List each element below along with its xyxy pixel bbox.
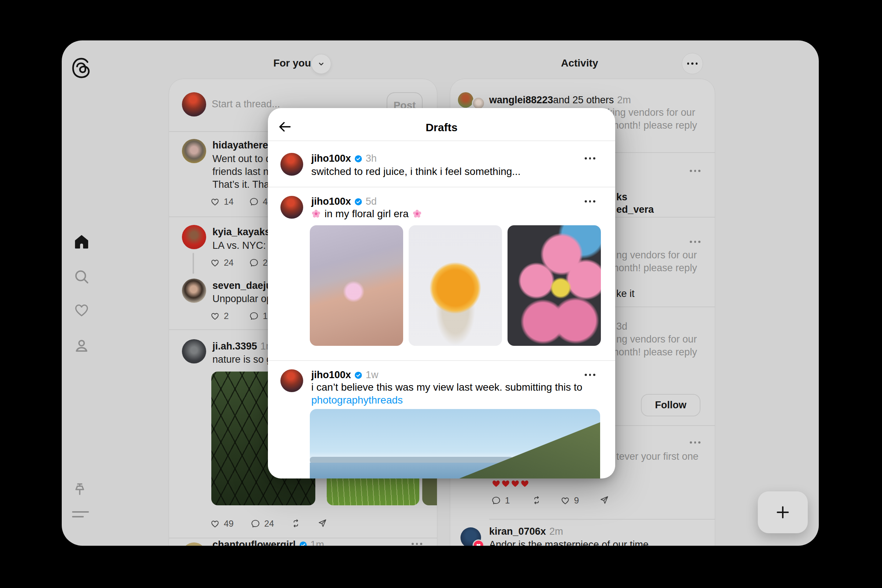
avatar[interactable] — [182, 225, 206, 249]
feed-tab[interactable]: For you — [273, 57, 311, 69]
mention-link[interactable]: photographythreads — [311, 394, 403, 406]
notification-text: month! please reply — [610, 120, 697, 131]
search-icon[interactable] — [73, 268, 90, 285]
cherry-blossom-emoji-icon — [412, 209, 422, 219]
avatar[interactable] — [182, 279, 206, 303]
comment-button[interactable]: 2 — [249, 258, 267, 268]
comment-count: 4 — [263, 196, 267, 207]
draft-more-button[interactable] — [585, 200, 596, 202]
red-heart-icon — [501, 478, 510, 488]
share-button[interactable] — [599, 495, 609, 505]
avatar[interactable] — [182, 339, 206, 363]
draft-text: switched to red juice, i think i feel so… — [311, 166, 521, 177]
like-button[interactable]: 9 — [560, 495, 579, 506]
avatar[interactable] — [458, 92, 473, 108]
compose-placeholder[interactable]: Start a thread... — [212, 99, 280, 110]
username[interactable]: kyia_kayaks — [212, 226, 270, 238]
draft-text: i can’t believe this was my view last we… — [311, 381, 582, 393]
red-heart-icon — [491, 478, 501, 488]
username-fragment: ks — [616, 192, 627, 203]
home-icon[interactable] — [73, 233, 90, 250]
draft-image-coastline-view[interactable] — [310, 409, 600, 478]
new-thread-button[interactable] — [758, 491, 808, 533]
post-text: LA vs. NYC: V — [212, 240, 275, 251]
username[interactable]: ji.ah.3395 — [212, 340, 257, 352]
username[interactable]: hidayathere2 — [212, 140, 274, 151]
avatar[interactable] — [182, 139, 206, 163]
like-count: 24 — [224, 258, 234, 268]
post-text: nature is so g — [212, 354, 272, 365]
comment-button[interactable]: 24 — [250, 519, 274, 529]
threads-app-window: For you Activity Start a thread... Post … — [62, 40, 819, 546]
thread-connector-line — [193, 253, 194, 274]
like-button[interactable]: 49 — [210, 519, 234, 529]
draft-more-button[interactable] — [585, 157, 596, 159]
username[interactable]: wanglei88223 — [489, 94, 553, 106]
desktop-background: For you Activity Start a thread... Post … — [0, 0, 882, 588]
comment-count: 1 — [505, 495, 510, 506]
pin-icon[interactable] — [72, 482, 88, 498]
avatar[interactable] — [280, 196, 303, 219]
username[interactable]: jiho100x — [311, 153, 351, 164]
divider — [169, 538, 437, 538]
comment-count: 2 — [263, 258, 267, 268]
three-dots-icon — [687, 63, 698, 64]
avatar[interactable] — [473, 98, 484, 109]
notification-more-button[interactable] — [690, 170, 700, 172]
activity-more-button[interactable] — [682, 53, 703, 74]
comment-button[interactable]: 1 — [491, 495, 510, 506]
drafts-modal: Drafts jiho100x 3h switched to red juice… — [268, 108, 615, 478]
like-count: 9 — [574, 495, 579, 506]
comment-count: 1 — [263, 311, 267, 321]
threads-logo-icon — [70, 56, 93, 80]
verified-badge-icon — [354, 198, 362, 206]
follow-button[interactable]: Follow — [641, 394, 700, 416]
plus-icon — [774, 504, 791, 521]
username[interactable]: kiran_0706x — [489, 526, 546, 537]
repost-button[interactable] — [291, 519, 301, 528]
modal-title: Drafts — [268, 121, 615, 134]
draft-image-beaded-flower-ring[interactable] — [310, 225, 403, 346]
divider — [489, 519, 715, 520]
notification-text: Andor is the masterpiece of our time — [489, 539, 649, 546]
timestamp: 2m — [549, 526, 563, 537]
draft-more-button[interactable] — [585, 374, 596, 376]
avatar[interactable] — [182, 92, 206, 117]
comment-button[interactable]: 4 — [249, 196, 267, 207]
like-button[interactable]: 24 — [210, 258, 234, 268]
notification-text: month! please reply — [610, 346, 697, 358]
activity-title: Activity — [561, 57, 598, 69]
feed-picker-button[interactable] — [311, 54, 331, 74]
post-text: Unpopular op — [212, 293, 272, 304]
heart-icon — [560, 496, 570, 506]
notification-text: king vendors for our — [608, 107, 695, 118]
timestamp: 3d — [616, 321, 627, 332]
username[interactable]: chantouflowergirl — [212, 539, 296, 546]
repost-button[interactable] — [532, 495, 542, 505]
like-button[interactable]: 14 — [210, 196, 234, 207]
avatar[interactable] — [280, 153, 303, 176]
notification-more-button[interactable] — [690, 441, 700, 444]
comment-button[interactable]: 1 — [249, 311, 267, 321]
notification-text: ng vendors for our — [616, 249, 697, 261]
avatar[interactable] — [182, 542, 206, 546]
repost-icon — [532, 495, 542, 505]
others-label: and 25 others — [553, 94, 614, 106]
post-more-button[interactable] — [412, 543, 422, 545]
like-button[interactable]: 2 — [210, 311, 229, 321]
activity-heart-icon[interactable] — [73, 302, 90, 318]
menu-icon[interactable] — [72, 511, 90, 519]
red-heart-icon — [510, 478, 520, 488]
draft-image-flower-jelly[interactable] — [409, 225, 502, 346]
notification-more-button[interactable] — [690, 241, 700, 243]
comment-icon — [249, 258, 259, 267]
draft-image-flower-balloon[interactable] — [507, 225, 601, 346]
username[interactable]: jiho100x — [311, 369, 351, 381]
username[interactable]: jiho100x — [311, 196, 351, 207]
share-button[interactable] — [318, 519, 327, 528]
heart-icon — [210, 519, 220, 528]
like-count: 14 — [224, 196, 234, 207]
avatar[interactable] — [280, 369, 303, 392]
profile-icon[interactable] — [73, 338, 90, 354]
post-text: That’s it. Tha — [212, 179, 269, 190]
